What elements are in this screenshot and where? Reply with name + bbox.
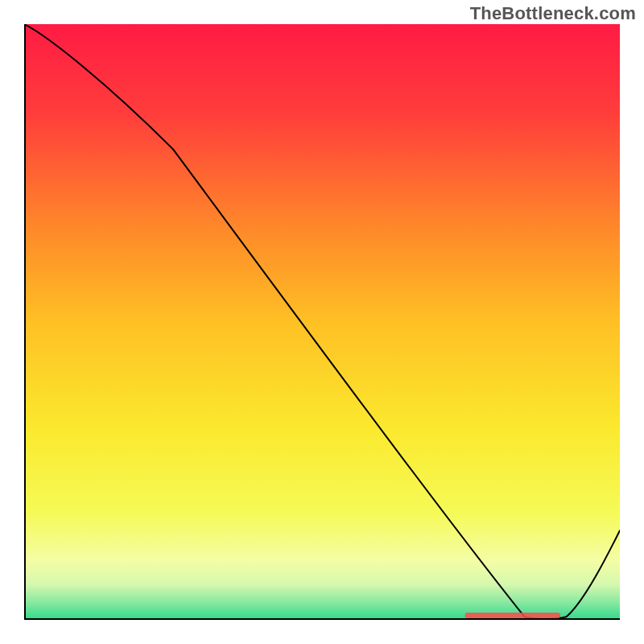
watermark-text: TheBottleneck.com — [470, 3, 636, 24]
marker-band — [465, 613, 560, 618]
gradient-background — [24, 24, 620, 620]
chart-svg — [24, 24, 620, 620]
plot-area — [24, 24, 620, 620]
chart-frame: TheBottleneck.com — [0, 0, 644, 644]
